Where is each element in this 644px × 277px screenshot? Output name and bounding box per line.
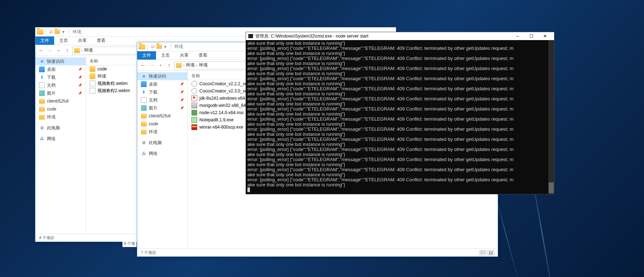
forward-icon[interactable]: →: [46, 47, 53, 54]
folder-icon: [141, 122, 147, 126]
tab-file[interactable]: 文件: [35, 36, 54, 45]
winrar-icon: [191, 124, 197, 130]
up-icon[interactable]: ↑: [64, 47, 71, 54]
folder-icon[interactable]: [55, 30, 60, 34]
sidebar-network[interactable]: 🖧网络: [35, 135, 86, 143]
path-segment[interactable]: 环境: [186, 62, 195, 68]
pin-icon: 📌: [78, 68, 82, 71]
sidebar-folder[interactable]: code: [137, 120, 187, 128]
folder-icon: [39, 99, 45, 104]
file-name: 环境: [98, 73, 106, 79]
sidebar-pictures[interactable]: 图片📌: [35, 89, 86, 97]
cmd-output[interactable]: ake sure that only one bot instance is r…: [246, 40, 554, 194]
sidebar-documents[interactable]: 文档📌: [137, 96, 187, 104]
pictures-icon: [39, 90, 45, 96]
tab-home[interactable]: 主页: [54, 36, 73, 45]
sidebar-downloads[interactable]: ⬇下载📌: [35, 73, 86, 81]
sidebar-quick-access[interactable]: ★快速访问: [137, 72, 187, 80]
folder-icon: [90, 73, 95, 79]
star-icon: ★: [39, 59, 45, 64]
back-icon[interactable]: ←: [38, 47, 45, 54]
scrollbar[interactable]: [548, 40, 554, 194]
sidebar-documents[interactable]: 文档📌: [35, 81, 86, 89]
sidebar-folder[interactable]: 环境: [35, 113, 86, 121]
recent-icon[interactable]: ▾: [55, 47, 62, 54]
sidebar-folder[interactable]: clienb52full: [137, 112, 187, 120]
pin-icon: 📌: [180, 106, 184, 110]
chevron-right-icon[interactable]: ›: [183, 63, 185, 68]
document-icon: [141, 97, 147, 103]
window-title: 环境: [174, 44, 183, 50]
sidebar-folder[interactable]: 环境: [137, 128, 187, 136]
dropdown-icon[interactable]: ▾: [61, 29, 66, 35]
sidebar-pictures[interactable]: 图片📌: [137, 104, 187, 112]
download-icon: ⬇: [39, 74, 45, 80]
desktop-icon: [39, 66, 45, 72]
check-icon[interactable]: ☑: [48, 29, 54, 35]
sidebar-folder[interactable]: clienb52full: [35, 97, 86, 105]
path-segment[interactable]: 环境: [84, 47, 93, 53]
sidebar-this-pc[interactable]: 🖥此电脑: [35, 124, 86, 132]
node-icon: [191, 110, 197, 116]
window-title: 环境: [73, 29, 81, 35]
cmd-window[interactable]: C:\ 管理员: C:\Windows\System32\cmd.exe - n…: [246, 32, 554, 194]
download-icon: ⬇: [141, 89, 147, 95]
folder-icon: [39, 115, 45, 120]
cocos-icon: [191, 88, 197, 94]
sidebar-desktop[interactable]: 桌面📌: [137, 80, 187, 88]
up-icon[interactable]: ↑: [165, 62, 173, 69]
icons-view-icon[interactable]: [488, 250, 494, 255]
folder-icon: [90, 66, 95, 72]
tab-file[interactable]: 文件: [137, 51, 156, 60]
sidebar-network[interactable]: 🖧网络: [137, 150, 187, 157]
sidebar-this-pc[interactable]: 🖥此电脑: [137, 139, 187, 147]
cocos-icon: [191, 81, 197, 87]
file-name: winrar-x64-600scp.exe: [199, 125, 243, 130]
sidebar-downloads[interactable]: ⬇下载📌: [137, 88, 187, 96]
sidebar-quick-access[interactable]: ★快速访问: [35, 57, 86, 65]
path-segment[interactable]: 环境: [199, 62, 208, 68]
cmd-titlebar[interactable]: C:\ 管理员: C:\Windows\System32\cmd.exe - n…: [246, 32, 554, 40]
webm-icon: [90, 81, 95, 86]
file-name: 视频教程.webm: [98, 81, 127, 87]
status-partial: 4 个项: [122, 240, 137, 247]
pin-icon: 📌: [78, 91, 82, 95]
minimize-button[interactable]: ─: [511, 33, 524, 40]
scrollbar-thumb[interactable]: [549, 182, 554, 193]
pin-icon: 📌: [180, 90, 184, 94]
forward-icon[interactable]: →: [148, 62, 155, 69]
desktop-icon: [141, 81, 147, 87]
tab-share[interactable]: 共享: [73, 36, 92, 45]
folder-icon: [74, 48, 80, 53]
pc-icon: 🖥: [141, 140, 147, 146]
maximize-button[interactable]: ☐: [524, 33, 538, 40]
close-button[interactable]: ✕: [538, 33, 552, 40]
sidebar-desktop[interactable]: 桌面📌: [35, 65, 86, 73]
check-icon[interactable]: ☑: [150, 44, 156, 49]
cursor: [247, 187, 250, 192]
tab-share[interactable]: 共享: [175, 51, 194, 60]
recent-icon[interactable]: ▾: [157, 62, 164, 69]
item-count: 4 个项目: [39, 235, 54, 241]
pin-icon: 📌: [180, 98, 184, 102]
folder-icon: [37, 29, 43, 35]
file-name: code: [98, 66, 107, 72]
folder-icon: [176, 63, 182, 68]
cmd-title: 管理员: C:\Windows\System32\cmd.exe - node …: [255, 33, 368, 39]
sidebar-folder[interactable]: code: [35, 105, 86, 113]
folder-icon: [141, 114, 147, 118]
chevron-right-icon[interactable]: ›: [81, 48, 83, 53]
file-name: Notepad8.1.9.exe: [199, 117, 234, 122]
pin-icon: 📌: [78, 83, 82, 87]
details-view-icon[interactable]: [480, 250, 486, 255]
dropdown-icon[interactable]: ▾: [163, 44, 168, 49]
document-icon: [39, 82, 45, 88]
back-icon[interactable]: ←: [139, 62, 147, 69]
tab-view[interactable]: 查看: [92, 36, 111, 45]
folder-icon: [39, 107, 45, 112]
folder-icon[interactable]: [156, 44, 162, 49]
tab-view[interactable]: 查看: [194, 51, 212, 60]
tab-home[interactable]: 主页: [156, 51, 175, 60]
pictures-icon: [141, 105, 147, 111]
chevron-right-icon[interactable]: ›: [196, 63, 198, 68]
